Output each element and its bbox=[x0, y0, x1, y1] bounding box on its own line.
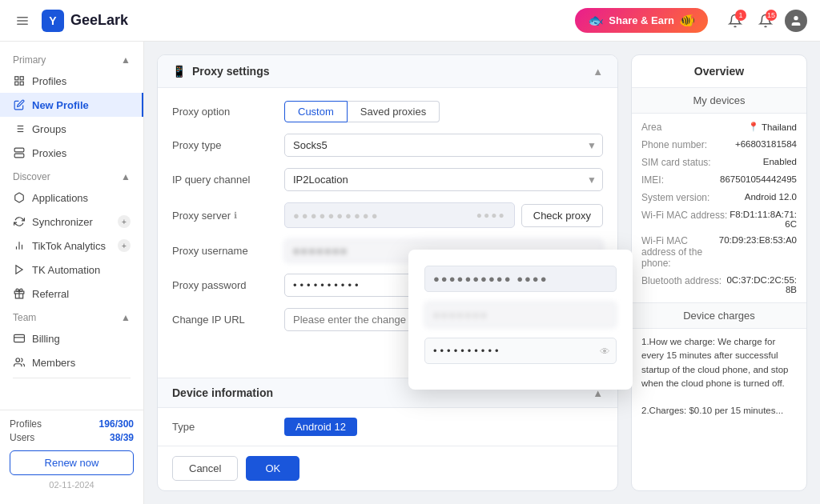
device-info-wifi-mac: Wi-Fi MAC address: F8:D1:11:8A:71:6C bbox=[632, 206, 806, 232]
custom-option-button[interactable]: Custom bbox=[284, 101, 348, 122]
discover-section-label[interactable]: Discover ▲ bbox=[0, 165, 143, 186]
device-info-system: System version: Android 12.0 bbox=[632, 189, 806, 206]
popup-password-toggle-icon[interactable]: 👁 bbox=[600, 345, 610, 357]
sidebar-item-referral[interactable]: Referral bbox=[0, 282, 143, 306]
app-logo: Y GeeLark bbox=[42, 10, 128, 32]
sync-add-icon[interactable]: + bbox=[118, 215, 131, 228]
main-layout: Primary ▲ Profiles bbox=[0, 42, 820, 504]
proxy-collapse-button[interactable]: ▲ bbox=[593, 66, 603, 78]
grid-icon bbox=[13, 74, 26, 87]
proxy-type-row: Proxy type Socks5 HTTP HTTPS No Proxy ▼ bbox=[172, 134, 603, 157]
tiktok-analytics-icon bbox=[13, 239, 26, 252]
proxy-username-label: Proxy username bbox=[172, 245, 284, 257]
gift-icon bbox=[13, 287, 26, 300]
ip-query-row: IP query channel IP2Location ipinfo.io i… bbox=[172, 168, 603, 191]
members-icon bbox=[13, 356, 26, 369]
popup-username-row: ●●●●●●● bbox=[424, 302, 617, 328]
sidebar-item-members[interactable]: Members bbox=[0, 350, 143, 374]
share-earn-button[interactable]: 🐟 Share & Earn 🐠 bbox=[575, 8, 708, 33]
charges-text: 1.How we charge: We charge for every 15 … bbox=[632, 329, 806, 425]
device-type-label: Type bbox=[172, 421, 284, 433]
svg-rect-14 bbox=[14, 148, 24, 152]
billing-icon bbox=[13, 332, 26, 345]
popup-password-input[interactable] bbox=[424, 338, 617, 364]
sidebar-item-synchronizer[interactable]: Synchronizer + bbox=[0, 210, 143, 234]
proxy-server-label: Proxy server ℹ bbox=[172, 210, 284, 222]
users-counter-value: 38/39 bbox=[110, 432, 134, 443]
popup-username-input[interactable]: ●●●●●●● bbox=[424, 302, 617, 328]
proxy-server-blurred-value: ●●●●●●●●●● bbox=[293, 210, 470, 222]
device-info-area: Area 📍 Thailand bbox=[632, 118, 806, 136]
profiles-counter-label: Profiles bbox=[10, 418, 42, 430]
popup-server-row bbox=[424, 266, 617, 292]
proxy-server-info-icon[interactable]: ℹ bbox=[234, 210, 237, 221]
sidebar-item-applications[interactable]: Applications bbox=[0, 186, 143, 210]
edit-icon bbox=[13, 98, 26, 111]
sidebar-label-proxies: Proxies bbox=[32, 147, 66, 159]
notification-bell-icon[interactable]: 1 bbox=[724, 10, 746, 32]
ip-query-select[interactable]: IP2Location ipinfo.io ip-api.com bbox=[284, 168, 603, 191]
profiles-counter-value: 196/300 bbox=[99, 418, 134, 430]
team-section-label[interactable]: Team ▲ bbox=[0, 306, 143, 326]
svg-rect-7 bbox=[20, 82, 23, 85]
app-icon bbox=[13, 191, 26, 204]
svg-rect-6 bbox=[15, 82, 18, 85]
sidebar-item-billing[interactable]: Billing bbox=[0, 326, 143, 350]
alert-badge: 15 bbox=[766, 10, 777, 21]
sidebar-label-analytics: TikTok Analytics bbox=[32, 240, 106, 252]
proxy-type-select-wrapper: Socks5 HTTP HTTPS No Proxy ▼ bbox=[284, 134, 603, 157]
user-avatar[interactable] bbox=[785, 10, 807, 32]
device-type-row: Type Android 12 bbox=[158, 408, 617, 446]
proxy-server-input-area: ●●●●●●●●●● ●●●● Check proxy bbox=[284, 202, 603, 228]
device-info-table: Area 📍 Thailand Phone number: +668031815… bbox=[632, 114, 806, 302]
proxy-type-label: Proxy type bbox=[172, 139, 284, 151]
change-ip-label: Change IP URL bbox=[172, 314, 284, 326]
content-wrapper: 📱 Proxy settings ▲ Proxy option Custom S… bbox=[144, 42, 820, 504]
users-counter-row: Users 38/39 bbox=[10, 432, 134, 443]
ok-button[interactable]: OK bbox=[246, 456, 299, 481]
proxy-edit-popup: ●●●●●●● 👁 bbox=[408, 250, 633, 390]
proxy-server-input[interactable]: ●●●●●●●●●● ●●●● bbox=[284, 202, 515, 228]
device-info-phone: Phone number: +66803181584 bbox=[632, 136, 806, 154]
proxy-option-label: Proxy option bbox=[172, 106, 284, 118]
svg-point-3 bbox=[794, 16, 798, 20]
android-badge: Android 12 bbox=[284, 418, 357, 436]
notification-badge: 1 bbox=[735, 10, 746, 21]
renew-now-button[interactable]: Renew now bbox=[10, 450, 134, 475]
saved-proxies-option-button[interactable]: Saved proxies bbox=[348, 101, 440, 122]
svg-rect-4 bbox=[15, 77, 18, 80]
profiles-counter-row: Profiles 196/300 bbox=[10, 418, 134, 430]
svg-rect-0 bbox=[17, 17, 28, 18]
users-counter-label: Users bbox=[10, 432, 34, 443]
sidebar-item-tk-automation[interactable]: TK Automation bbox=[0, 258, 143, 282]
sidebar-item-groups[interactable]: Groups bbox=[0, 117, 143, 141]
primary-section-label[interactable]: Primary ▲ bbox=[0, 48, 143, 69]
sidebar-toggle-button[interactable] bbox=[13, 11, 32, 30]
overview-panel: Overview My devices Area 📍 Thailand Phon… bbox=[631, 54, 807, 491]
sidebar-item-new-profile[interactable]: New Profile bbox=[0, 93, 143, 117]
popup-password-row: 👁 bbox=[424, 338, 617, 364]
check-proxy-button[interactable]: Check proxy bbox=[521, 204, 603, 227]
sidebar-item-profiles[interactable]: Profiles bbox=[0, 69, 143, 93]
list-icon bbox=[13, 122, 26, 135]
device-charges-label: Device charges bbox=[632, 302, 806, 329]
sidebar-item-proxies[interactable]: Proxies bbox=[0, 141, 143, 165]
auto-icon bbox=[13, 263, 26, 276]
sidebar-footer: Profiles 196/300 Users 38/39 Renew now 0… bbox=[0, 410, 143, 498]
proxy-option-row: Proxy option Custom Saved proxies bbox=[172, 101, 603, 122]
svg-rect-2 bbox=[17, 23, 28, 25]
logo-icon: Y bbox=[42, 10, 64, 32]
popup-server-input[interactable] bbox=[424, 266, 617, 292]
analytics-add-icon[interactable]: + bbox=[118, 239, 131, 252]
svg-rect-5 bbox=[20, 77, 23, 80]
sidebar-label-members: Members bbox=[32, 357, 75, 369]
location-pin-icon: 📍 bbox=[748, 122, 759, 132]
alert-bell-icon[interactable]: 15 bbox=[754, 10, 777, 32]
proxy-settings-title: 📱 Proxy settings bbox=[172, 65, 269, 78]
sync-icon bbox=[13, 215, 26, 228]
proxy-type-select[interactable]: Socks5 HTTP HTTPS No Proxy bbox=[284, 134, 603, 157]
cancel-button[interactable]: Cancel bbox=[172, 456, 238, 481]
device-info-title: Device information bbox=[172, 386, 273, 399]
phone-icon: 📱 bbox=[172, 65, 186, 78]
sidebar-item-tiktok-analytics[interactable]: TikTok Analytics + bbox=[0, 234, 143, 258]
